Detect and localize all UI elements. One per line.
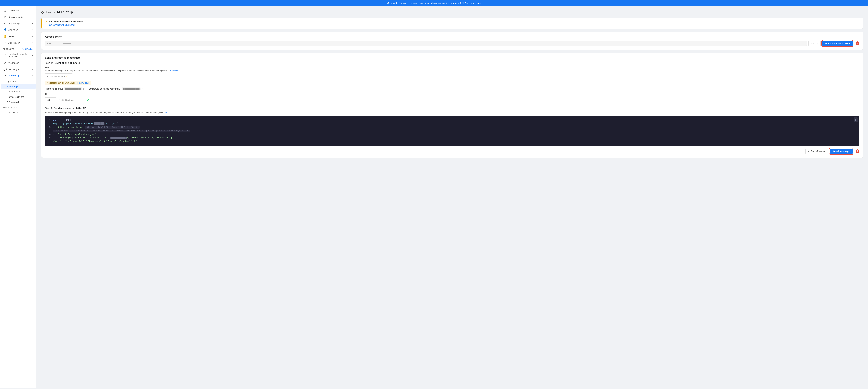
sidebar-label-configuration: Configuration — [7, 90, 20, 93]
sidebar-item-quickstart[interactable]: Quickstart — [1, 79, 36, 84]
app-roles-icon: 👤 — [3, 28, 7, 31]
code-block: ⎘ 1 curl -i -X POST ` 2 https://graph.fa… — [45, 116, 860, 146]
code-copy-button[interactable]: ⎘ — [854, 118, 858, 122]
phone-number-id-group: Phone number ID: ████████████ ⎘ — [45, 88, 85, 90]
sidebar-label-quickstart: Quickstart — [7, 80, 17, 83]
phone-check-icon: ✔ — [87, 98, 89, 102]
from-label: From — [45, 66, 860, 69]
alert-title: You have alerts that need review — [49, 20, 84, 23]
sidebar-item-activity-log[interactable]: ≡ Activity log — [1, 110, 36, 116]
token-field: EAAxxxxxxxxxxxxxxxxxxxxxxxxxxxxxxx... — [45, 41, 807, 46]
required-actions-icon: ☑ — [3, 15, 7, 19]
alert-warning-icon: ⚠ — [45, 20, 48, 24]
app-review-chevron: ▾ — [32, 42, 33, 44]
copy-token-button[interactable]: ⎘ Copy — [808, 41, 820, 46]
code-line-5-cont: \"name\": \"hello_world\", \"language\":… — [48, 140, 857, 143]
whatsapp-manager-link[interactable]: Go to WhatsApp Manager — [49, 24, 75, 26]
alert-card: ⚠ You have alerts that need review Go to… — [41, 18, 863, 29]
sidebar-item-api-setup[interactable]: API Setup — [1, 84, 36, 89]
sidebar-item-app-review[interactable]: ✓ App Review ▾ — [1, 39, 36, 46]
phone-placeholder: +1 555-555-5555 — [47, 75, 63, 78]
alert-content: You have alerts that need review Go to W… — [49, 20, 84, 26]
code-line-1: 1 curl -i -X POST ` — [48, 119, 857, 122]
alerts-icon: 🔔 — [3, 35, 7, 38]
generate-badge: 1 — [856, 41, 860, 45]
step2-title: Step 2: Send messages with the API — [45, 107, 860, 109]
here-link[interactable]: here. — [164, 111, 168, 114]
sidebar-item-app-roles[interactable]: 👤 App roles ▾ — [1, 27, 36, 33]
dashboard-icon: ⌂ — [3, 9, 7, 12]
main-content: Quickstart > API Setup ⚠ You have alerts… — [36, 6, 868, 388]
alerts-chevron: ▾ — [32, 35, 33, 37]
breadcrumb: Quickstart > API Setup — [41, 10, 863, 14]
add-product-link[interactable]: Add Product — [22, 48, 33, 50]
code-line-3: 3 -H 'Authorization: Bearer EAAxxxx...AA… — [48, 126, 857, 129]
sidebar-label-activity-log: Activity log — [8, 111, 33, 114]
country-code-value: US +1 — [47, 99, 53, 101]
access-token-card: Access Token EAAxxxxxxxxxxxxxxxxxxxxxxxx… — [41, 32, 863, 50]
breadcrumb-sep: > — [54, 11, 55, 14]
breadcrumb-current: API Setup — [56, 10, 73, 14]
banner-learn-more[interactable]: Learn more. — [469, 2, 481, 4]
warning-message: Messaging may be unavailable. Review iss… — [45, 80, 91, 85]
code-line-5: 5 -d '{ "messaging_product": "whatsapp",… — [48, 136, 857, 140]
alert-box: ⚠ You have alerts that need review Go to… — [41, 18, 863, 29]
whatsapp-chevron: ▴ — [32, 75, 33, 76]
sidebar-item-required-actions[interactable]: ☑ Required actions — [1, 14, 36, 20]
sidebar-label-partner-solutions: Partner Solutions — [7, 96, 24, 98]
code-line-2: 2 https://graph.facebook.com/v21.0/█████… — [48, 122, 857, 125]
country-code-select[interactable]: US +1 ▾ — [45, 97, 56, 103]
sidebar-item-whatsapp[interactable]: ● WhatsApp ▴ — [1, 72, 36, 78]
sidebar-label-app-roles: App roles — [8, 29, 30, 31]
country-code-chevron: ▾ — [54, 99, 55, 101]
top-banner: Updates to Platform Terms and Developer … — [0, 0, 868, 6]
banner-message: Updates to Platform Terms and Developer … — [387, 2, 468, 4]
copy-icon: ⎘ — [811, 42, 812, 44]
access-token-section: Access Token EAAxxxxxxxxxxxxxxxxxxxxxxxx… — [41, 32, 863, 50]
app-roles-chevron: ▾ — [32, 29, 33, 31]
wa-account-copy-icon[interactable]: ⎘ — [142, 88, 143, 90]
review-issue-link[interactable]: Review issue — [77, 82, 89, 84]
wa-business-account-group: WhatsApp Business Account ID: ██████████… — [89, 88, 143, 90]
wa-business-account-label: WhatsApp Business Account ID: — [89, 88, 121, 90]
send-message-button[interactable]: Send message — [830, 149, 852, 154]
to-phone-field[interactable]: +1 555-555-5555 ✔ — [56, 97, 91, 103]
send-receive-title: Send and receive messages — [45, 56, 860, 59]
facebook-login-icon: f — [3, 54, 7, 57]
sidebar-item-dashboard[interactable]: ⌂ Dashboard — [1, 8, 36, 14]
sidebar-label-webhooks: Webhooks — [8, 62, 33, 64]
breadcrumb-parent: Quickstart — [41, 11, 52, 14]
messenger-chevron: ▾ — [32, 68, 33, 70]
learn-more-link[interactable]: Learn more. — [168, 70, 180, 72]
to-label: To — [45, 93, 860, 95]
sidebar-item-app-settings[interactable]: ⚙ App settings ▾ — [1, 20, 36, 27]
phone-id-copy-icon[interactable]: ⎘ — [83, 88, 85, 90]
sidebar-item-configuration[interactable]: Configuration — [1, 89, 36, 94]
sidebar: ⌂ Dashboard ☑ Required actions ⚙ App set… — [0, 6, 36, 388]
settings-icon: ⚙ — [3, 22, 7, 25]
app-review-icon: ✓ — [3, 41, 7, 44]
products-label: Products — [3, 48, 14, 50]
run-in-postman-button[interactable]: ↗ Run in Postman — [805, 149, 828, 154]
access-token-row: EAAxxxxxxxxxxxxxxxxxxxxxxxxxxxxxxx... ⎘ … — [45, 41, 860, 46]
from-desc: Send free messages with the provided tes… — [45, 70, 860, 72]
sidebar-item-messenger[interactable]: 💬 Messenger ▾ — [1, 66, 36, 72]
send-receive-card: Send and receive messages Step 1: Select… — [41, 53, 863, 158]
sidebar-item-facebook-login[interactable]: f Facebook Login for Business ▾ — [1, 51, 36, 60]
postman-label: Run in Postman — [811, 150, 826, 153]
wa-business-account-value: ████████████ — [122, 88, 141, 90]
sidebar-item-alerts[interactable]: 🔔 Alerts ▾ — [1, 33, 36, 39]
sidebar-item-partner-solutions[interactable]: Partner Solutions — [1, 94, 36, 99]
sidebar-item-es-integration[interactable]: ES Integration — [1, 100, 36, 105]
activity-log-section: Activity log — [0, 105, 36, 109]
sidebar-item-webhooks[interactable]: ↗ Webhooks — [1, 60, 36, 66]
generate-access-token-button[interactable]: Generate access token — [823, 41, 852, 46]
send-badge: 2 — [856, 150, 860, 153]
step1-title: Step 1: Select phone numbers — [45, 62, 860, 64]
access-token-title: Access Token — [45, 35, 860, 38]
phone-dropdown[interactable]: +1 555-555-5555 ▾ ⚠ — [45, 73, 73, 79]
facebook-login-chevron: ▾ — [32, 55, 33, 56]
to-row: US +1 ▾ +1 555-555-5555 ✔ — [45, 97, 860, 103]
banner-close-button[interactable]: × — [863, 2, 865, 5]
dropdown-chevron: ▾ — [64, 75, 65, 78]
